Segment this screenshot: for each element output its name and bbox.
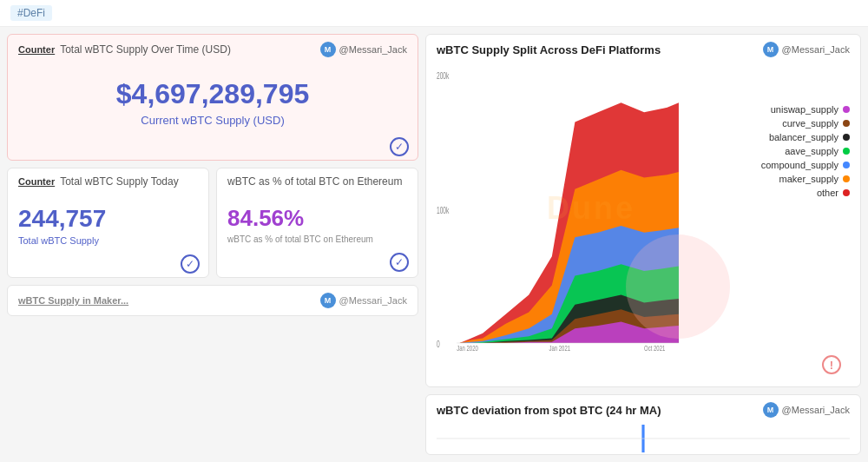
today-title-row: Counter Total wBTC Supply Today	[18, 175, 179, 188]
deviation-card-title: wBTC deviation from spot BTC (24 hr MA)	[437, 404, 661, 417]
legend-maker: maker_supply	[761, 174, 850, 184]
legend-aave-label: aave_supply	[785, 146, 838, 156]
deviation-svg	[437, 425, 850, 452]
legend-compound-dot	[843, 162, 850, 168]
split-chart-card: wBTC Supply Split Across DeFi Platforms …	[425, 34, 861, 387]
info-icon[interactable]: !	[822, 355, 841, 374]
messari-handle: @Messari_Jack	[339, 44, 407, 55]
split-card-title: wBTC Supply Split Across DeFi Platforms	[437, 43, 661, 56]
legend-other: other	[761, 188, 850, 198]
deviation-messari-handle: @Messari_Jack	[782, 405, 850, 415]
percent-card: wBTC as % of total BTC on Ethereum 84.56…	[216, 168, 418, 278]
today-number: 244,757	[18, 205, 198, 233]
percent-check-icon: ✓	[390, 253, 409, 272]
legend-maker-label: maker_supply	[779, 174, 838, 184]
legend-balancer-label: balancer_supply	[769, 132, 838, 142]
legend-maker-dot	[843, 175, 850, 182]
page: #DeFi Counter Total wBTC Supply Over Tim…	[0, 0, 868, 462]
deviation-messari-badge: M @Messari_Jack	[763, 402, 850, 418]
today-counter-label: Counter	[18, 176, 55, 187]
legend-compound-label: compound_supply	[761, 160, 838, 170]
percent-label: wBTC as % of total BTC on Ethereum	[227, 234, 407, 244]
svg-text:0: 0	[437, 340, 440, 350]
today-label: Total wBTC Supply	[18, 235, 198, 246]
split-card-header: wBTC Supply Split Across DeFi Platforms …	[426, 35, 860, 61]
percent-card-header: wBTC as % of total BTC on Ethereum	[217, 168, 418, 191]
percent-number: 84.56%	[227, 205, 407, 232]
card-footer: ✓	[8, 134, 418, 160]
defi-tag[interactable]: #DeFi	[10, 5, 52, 21]
total-supply-card: Counter Total wBTC Supply Over Time (USD…	[7, 34, 418, 161]
big-label: Current wBTC Supply (USD)	[18, 114, 407, 127]
legend-aave: aave_supply	[761, 146, 850, 156]
stub-messari-icon: M	[320, 293, 336, 308]
card-title-row: Counter Total wBTC Supply Over Time (USD…	[18, 43, 231, 56]
stub-messari-handle: @Messari_Jack	[339, 295, 407, 306]
messari-icon: M	[320, 42, 336, 57]
legend-balancer: balancer_supply	[761, 132, 850, 142]
split-messari-icon: M	[763, 42, 779, 57]
chart-legend: uniswap_supply curve_supply balancer_sup…	[761, 104, 850, 198]
legend-other-dot	[843, 189, 850, 196]
legend-uniswap-label: uniswap_supply	[771, 104, 838, 115]
deviation-chart-preview	[426, 421, 860, 455]
split-messari-badge: M @Messari_Jack	[763, 42, 850, 57]
chart-area: Dune 200k 100k 0	[426, 61, 860, 356]
legend-curve-label: curve_supply	[782, 118, 838, 129]
legend-curve-dot	[843, 120, 850, 127]
legend-balancer-dot	[843, 134, 850, 141]
percent-card-title: wBTC as % of total BTC on Ethereum	[227, 175, 402, 188]
svg-text:Jan 2020: Jan 2020	[457, 343, 478, 353]
main-content: Counter Total wBTC Supply Over Time (USD…	[0, 27, 868, 462]
stub-messari: M @Messari_Jack	[320, 293, 407, 308]
counter-label: Counter	[18, 44, 55, 55]
svg-text:200k: 200k	[437, 70, 450, 81]
right-column: wBTC Supply Split Across DeFi Platforms …	[425, 27, 868, 462]
legend-compound: compound_supply	[761, 160, 850, 170]
svg-text:100k: 100k	[437, 205, 450, 215]
bottom-stub-card: wBTC Supply in Maker... M @Messari_Jack	[7, 285, 418, 316]
today-card-title: Total wBTC Supply Today	[60, 175, 179, 188]
big-value-area: $4,697,289,795 Current wBTC Supply (USD)	[8, 61, 418, 134]
legend-curve: curve_supply	[761, 118, 850, 129]
today-card-header: Counter Total wBTC Supply Today	[8, 168, 208, 191]
top-bar: #DeFi	[0, 0, 868, 27]
svg-text:Oct 2021: Oct 2021	[644, 343, 666, 353]
deviation-card-header: wBTC deviation from spot BTC (24 hr MA) …	[426, 395, 860, 421]
check-icon: ✓	[390, 137, 409, 156]
today-footer: ✓	[8, 251, 208, 277]
legend-aave-dot	[843, 148, 850, 155]
percent-footer: ✓	[217, 249, 418, 275]
big-number: $4,697,289,795	[18, 78, 407, 110]
legend-uniswap: uniswap_supply	[761, 104, 850, 115]
percent-value-area: 84.56% wBTC as % of total BTC on Ethereu…	[217, 191, 418, 249]
today-check-icon: ✓	[181, 254, 200, 274]
bottom-row: Counter Total wBTC Supply Today 244,757 …	[7, 168, 418, 278]
legend-uniswap-dot	[843, 106, 850, 113]
today-card: Counter Total wBTC Supply Today 244,757 …	[7, 168, 209, 278]
legend-other-label: other	[817, 188, 838, 198]
card-header: Counter Total wBTC Supply Over Time (USD…	[8, 35, 418, 61]
messari-badge: M @Messari_Jack	[320, 42, 407, 57]
pink-circle-decoration	[626, 234, 730, 339]
deviation-card: wBTC deviation from spot BTC (24 hr MA) …	[425, 394, 861, 455]
supply-card-title: Total wBTC Supply Over Time (USD)	[60, 43, 231, 56]
today-value-area: 244,757 Total wBTC Supply	[8, 191, 208, 251]
deviation-messari-icon: M	[763, 402, 779, 418]
stub-label: wBTC Supply in Maker...	[18, 295, 128, 306]
svg-text:Jan 2021: Jan 2021	[549, 343, 571, 353]
split-messari-handle: @Messari_Jack	[782, 44, 850, 55]
left-column: Counter Total wBTC Supply Over Time (USD…	[0, 27, 425, 462]
